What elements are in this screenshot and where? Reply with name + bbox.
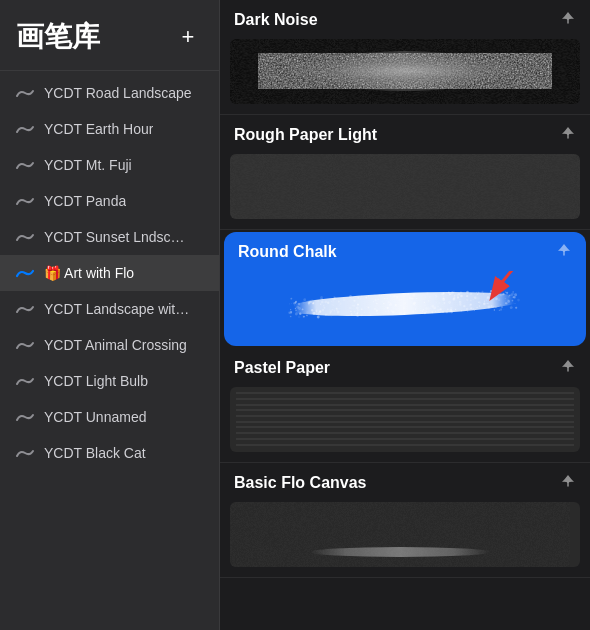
pastel-line (236, 415, 574, 417)
brush-entry-rough-paper-light[interactable]: Rough Paper Light (220, 115, 590, 230)
pastel-line (236, 404, 574, 406)
brush-name-row-rough-paper-light: Rough Paper Light (220, 115, 590, 149)
flo-canvas-inner (230, 502, 580, 567)
noise-canvas (230, 39, 580, 104)
sidebar-item-art-with-flo[interactable]: 🎁 Art with Flo (0, 255, 219, 291)
brush-entry-basic-flo-canvas[interactable]: Basic Flo Canvas (220, 463, 590, 578)
pastel-lines (230, 387, 580, 452)
brush-icon-ycdt-earth (14, 122, 36, 136)
brush-name-row-pastel-paper: Pastel Paper (220, 348, 590, 382)
sidebar-item-ycdt-animal[interactable]: YCDT Animal Crossing (0, 327, 219, 363)
brush-name-label-round-chalk: Round Chalk (238, 243, 337, 261)
sidebar: 画笔库 + YCDT Road Landscape YCDT Earth Hou… (0, 0, 220, 630)
sidebar-item-ycdt-panda[interactable]: YCDT Panda (0, 183, 219, 219)
brush-name-row-basic-flo-canvas: Basic Flo Canvas (220, 463, 590, 497)
sidebar-label-ycdt-panda: YCDT Panda (44, 193, 126, 209)
pastel-line (236, 426, 574, 428)
pastel-line (236, 392, 574, 394)
brush-icon-ycdt-sunset (14, 230, 36, 244)
pastel-line (236, 398, 574, 400)
sidebar-label-ycdt-lightbulb: YCDT Light Bulb (44, 373, 148, 389)
sidebar-label-ycdt-earth: YCDT Earth Hour (44, 121, 153, 137)
sidebar-label-ycdt-animal: YCDT Animal Crossing (44, 337, 187, 353)
sidebar-item-ycdt-sunset[interactable]: YCDT Sunset Lndsc… (0, 219, 219, 255)
sidebar-label-ycdt-fuji: YCDT Mt. Fuji (44, 157, 132, 173)
sidebar-label-ycdt-landscape: YCDT Landscape wit… (44, 301, 189, 317)
rough-paper-inner (230, 154, 580, 219)
sidebar-label-ycdt-sunset: YCDT Sunset Lndsc… (44, 229, 185, 245)
sidebar-item-ycdt-earth[interactable]: YCDT Earth Hour (0, 111, 219, 147)
pastel-line (236, 438, 574, 440)
brush-icon-ycdt-unnamed (14, 410, 36, 424)
brush-name-row-round-chalk: Round Chalk (224, 232, 586, 266)
pastel-line (236, 409, 574, 411)
brush-entry-dark-noise[interactable]: Dark Noise (220, 0, 590, 115)
brush-preview-rough-paper-light (220, 149, 590, 229)
brush-download-icon-round-chalk[interactable] (556, 242, 572, 262)
brush-download-icon-basic-flo-canvas[interactable] (560, 473, 576, 493)
sidebar-item-ycdt-road[interactable]: YCDT Road Landscape (0, 75, 219, 111)
sidebar-item-ycdt-blackcat[interactable]: YCDT Black Cat (0, 435, 219, 471)
sidebar-header: 画笔库 + (0, 0, 219, 71)
sidebar-label-ycdt-unnamed: YCDT Unnamed (44, 409, 146, 425)
sidebar-label-art-with-flo: 🎁 Art with Flo (44, 265, 134, 281)
flo-canvas-canvas (230, 502, 570, 567)
brush-download-icon-dark-noise[interactable] (560, 10, 576, 30)
brush-icon-ycdt-animal (14, 338, 36, 352)
brush-entry-pastel-paper[interactable]: Pastel Paper (220, 348, 590, 463)
add-button[interactable]: + (173, 22, 203, 52)
pastel-paper-inner (230, 387, 580, 452)
brush-icon-art-with-flo (14, 266, 36, 280)
rough-paper-canvas (230, 154, 580, 219)
round-chalk-inner (234, 271, 576, 336)
sidebar-item-ycdt-landscape[interactable]: YCDT Landscape wit… (0, 291, 219, 327)
sidebar-item-ycdt-fuji[interactable]: YCDT Mt. Fuji (0, 147, 219, 183)
brush-icon-ycdt-lightbulb (14, 374, 36, 388)
brush-icon-ycdt-panda (14, 194, 36, 208)
brush-name-label-basic-flo-canvas: Basic Flo Canvas (234, 474, 367, 492)
brush-name-row-dark-noise: Dark Noise (220, 0, 590, 34)
sidebar-list: YCDT Road Landscape YCDT Earth Hour YCDT… (0, 71, 219, 630)
pastel-line (236, 421, 574, 423)
brush-download-icon-pastel-paper[interactable] (560, 358, 576, 378)
brush-icon-ycdt-fuji (14, 158, 36, 172)
sidebar-label-ycdt-road: YCDT Road Landscape (44, 85, 192, 101)
sidebar-label-ycdt-blackcat: YCDT Black Cat (44, 445, 146, 461)
brush-preview-pastel-paper (220, 382, 590, 462)
brush-entry-round-chalk[interactable]: Round Chalk (224, 232, 586, 346)
sidebar-item-ycdt-unnamed[interactable]: YCDT Unnamed (0, 399, 219, 435)
sidebar-title: 画笔库 (16, 18, 100, 56)
round-chalk-canvas (234, 271, 574, 336)
brush-preview-round-chalk (224, 266, 586, 346)
brush-name-label-rough-paper-light: Rough Paper Light (234, 126, 377, 144)
dark-noise-preview-inner (230, 39, 580, 104)
app-container: 画笔库 + YCDT Road Landscape YCDT Earth Hou… (0, 0, 590, 630)
brush-icon-ycdt-landscape (14, 302, 36, 316)
brush-panel: Dark Noise Rough Paper Light Round Chalk… (220, 0, 590, 630)
sidebar-item-ycdt-lightbulb[interactable]: YCDT Light Bulb (0, 363, 219, 399)
brush-icon-ycdt-road (14, 86, 36, 100)
brush-icon-ycdt-blackcat (14, 446, 36, 460)
brush-download-icon-rough-paper-light[interactable] (560, 125, 576, 145)
brush-preview-dark-noise (220, 34, 590, 114)
brush-name-label-dark-noise: Dark Noise (234, 11, 318, 29)
pastel-line (236, 444, 574, 446)
brush-preview-basic-flo-canvas (220, 497, 590, 577)
brush-name-label-pastel-paper: Pastel Paper (234, 359, 330, 377)
pastel-line (236, 432, 574, 434)
